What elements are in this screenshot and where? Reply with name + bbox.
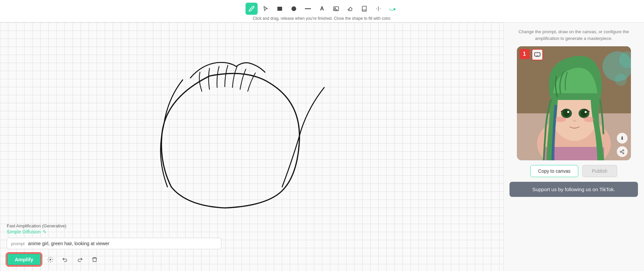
model-name-row: Simple Diffusion ✎ — [7, 229, 496, 234]
clear-canvas-button[interactable] — [89, 254, 100, 265]
right-hint-text: Change the prompt, draw on the canvas, o… — [509, 29, 638, 42]
edit-model-icon[interactable]: ✎ — [43, 229, 47, 234]
svg-point-4 — [335, 8, 336, 9]
use-as-reference-button[interactable] — [532, 49, 543, 60]
right-panel: Change the prompt, draw on the canvas, o… — [503, 22, 644, 271]
canvas-area[interactable]: Fast Amplification (Generative) Simple D… — [0, 22, 503, 271]
rect-tool-button[interactable] — [274, 3, 286, 15]
undo-button[interactable] — [59, 254, 71, 265]
svg-point-24 — [584, 117, 594, 122]
line-tool-button[interactable] — [302, 3, 314, 15]
amplify-button[interactable]: Amplify — [7, 253, 41, 266]
pen-tool-button[interactable] — [246, 3, 258, 15]
action-row: Amplify — [7, 253, 496, 266]
model-name-text: Simple Diffusion — [7, 229, 41, 234]
generated-image-container: 1 ⬇ — [517, 46, 631, 160]
publish-button: Publish — [582, 165, 617, 177]
bucket-tool-button[interactable] — [386, 3, 398, 15]
circle-tool-button[interactable] — [288, 3, 300, 15]
svg-point-7 — [50, 259, 51, 260]
tiktok-banner: Support us by following us on TikTok. — [509, 182, 638, 197]
svg-point-23 — [555, 117, 566, 122]
toolbar-icons: A — [246, 3, 398, 15]
copy-publish-row: Copy to canvas Publish — [509, 165, 638, 177]
svg-line-30 — [621, 151, 623, 151]
text-tool-button[interactable]: A — [316, 3, 328, 15]
toolbar-hint: Click and drag, release when you're fini… — [253, 16, 391, 21]
prompt-input[interactable] — [28, 241, 217, 246]
svg-rect-0 — [277, 7, 282, 11]
toolbar: A Click and drag, release when you're fi… — [0, 0, 644, 22]
svg-point-6 — [394, 8, 395, 10]
image-number-badge: 1 — [520, 49, 530, 59]
svg-point-12 — [615, 74, 627, 86]
image-tool-button[interactable] — [330, 3, 342, 15]
stamp-tool-button[interactable] — [372, 3, 384, 15]
svg-point-19 — [563, 110, 570, 117]
download-image-button[interactable]: ⬇ — [617, 133, 628, 144]
select-tool-button[interactable] — [260, 3, 272, 15]
share-image-button[interactable] — [617, 146, 628, 157]
redo-button[interactable] — [74, 254, 86, 265]
copy-to-canvas-button[interactable]: Copy to canvas — [530, 165, 578, 177]
eraser-tool-button[interactable] — [344, 3, 356, 15]
main-content: Fast Amplification (Generative) Simple D… — [0, 22, 644, 271]
prompt-row: prompt — [7, 238, 221, 249]
svg-point-22 — [585, 111, 587, 113]
prompt-label: prompt — [11, 241, 24, 246]
settings-icon-button[interactable] — [45, 254, 56, 265]
generated-image-svg — [517, 46, 631, 160]
amplification-label: Fast Amplification (Generative) — [7, 223, 496, 228]
svg-point-1 — [291, 6, 296, 11]
bottom-panel: Fast Amplification (Generative) Simple D… — [0, 219, 503, 271]
svg-point-20 — [581, 110, 587, 117]
svg-line-29 — [621, 152, 623, 153]
svg-point-21 — [567, 111, 569, 113]
download-icon: ⬇ — [620, 136, 624, 141]
book-tool-button[interactable] — [358, 3, 370, 15]
